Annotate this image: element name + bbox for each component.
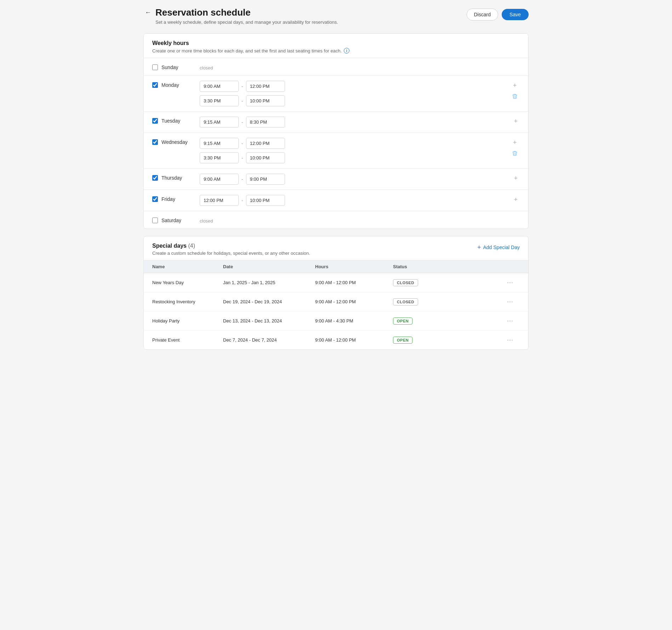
col-header-hours: Hours [315,264,393,269]
wednesday-delete-slot-button[interactable] [510,150,520,158]
wednesday-slot2-start[interactable] [200,152,239,163]
day-row-tuesday: Tuesday - + [144,111,528,133]
row-date: Dec 13, 2024 - Dec 13, 2024 [223,318,315,324]
tuesday-add-slot-button[interactable]: + [512,117,520,125]
page-subtitle: Set a weekly schedule, define special da… [155,19,338,25]
col-header-name: Name [152,264,223,269]
table-row: New Years Day Jan 1, 2025 - Jan 1, 2025 … [144,273,528,292]
row-date: Dec 7, 2024 - Dec 7, 2024 [223,337,315,343]
thursday-slot1-sep: - [241,176,243,182]
monday-slot1-start[interactable] [200,81,239,92]
col-header-date: Date [223,264,315,269]
page-header: ← Reservation schedule Set a weekly sche… [143,7,529,25]
row-hours: 9:00 AM - 4:30 PM [315,318,393,324]
wednesday-slot1-sep: - [241,141,243,146]
saturday-label: Saturday [161,218,181,223]
status-badge: OPEN [393,317,412,325]
tuesday-checkbox[interactable] [152,118,158,124]
sunday-label: Sunday [161,64,178,70]
save-button[interactable]: Save [502,9,529,20]
table-row: Private Event Dec 7, 2024 - Dec 7, 2024 … [144,331,528,349]
friday-slot1-end[interactable] [246,195,285,206]
row-more-button[interactable]: ··· [506,336,515,344]
monday-slot1-end[interactable] [246,81,285,92]
special-days-count: (4) [188,243,195,249]
saturday-checkbox[interactable] [152,218,158,223]
row-name: Restocking Inventory [152,299,223,304]
wednesday-slot1-start[interactable] [200,138,239,149]
wednesday-checkbox[interactable] [152,139,158,145]
back-button[interactable]: ← [143,8,153,17]
day-row-sunday: Sunday closed [144,58,528,75]
monday-slot2-sep: - [241,98,243,104]
special-days-title: Special days (4) [152,243,310,249]
row-hours: 9:00 AM - 12:00 PM [315,280,393,285]
wednesday-slot2-sep: - [241,155,243,161]
thursday-checkbox[interactable] [152,175,158,181]
page-title: Reservation schedule [155,7,338,18]
monday-slot1-sep: - [241,84,243,89]
day-row-thursday: Thursday - + [144,168,528,190]
friday-add-slot-button[interactable]: + [512,196,520,203]
sunday-checkbox[interactable] [152,64,158,70]
tuesday-slot1-sep: - [241,119,243,125]
monday-add-slot-button[interactable]: + [511,81,519,89]
special-days-description: Create a custom schedule for holidays, s… [152,251,310,256]
status-badge: OPEN [393,337,412,344]
monday-slot2-end[interactable] [246,95,285,106]
monday-delete-slot-button[interactable] [510,93,520,101]
discard-button[interactable]: Discard [467,9,498,21]
row-name: New Years Day [152,280,223,285]
thursday-label: Thursday [161,175,182,181]
row-hours: 9:00 AM - 12:00 PM [315,299,393,304]
weekly-hours-section: Weekly hours Create one or more time blo… [143,33,529,229]
status-badge: CLOSED [393,298,418,305]
wednesday-slot2-end[interactable] [246,152,285,163]
weekly-hours-description: Create one or more time blocks for each … [152,48,520,54]
thursday-add-slot-button[interactable]: + [512,174,520,182]
day-row-saturday: Saturday closed [144,211,528,229]
day-row-wednesday: Wednesday - - + [144,133,528,168]
thursday-slot1-start[interactable] [200,174,239,185]
add-special-day-button[interactable]: + Add Special Day [477,243,520,251]
saturday-closed: closed [200,216,520,224]
friday-checkbox[interactable] [152,196,158,202]
tuesday-slot1-end[interactable] [246,117,285,128]
plus-icon: + [477,244,481,251]
row-hours: 9:00 AM - 12:00 PM [315,337,393,343]
info-icon: i [344,48,349,54]
weekly-hours-title: Weekly hours [152,40,520,46]
sunday-closed: closed [200,63,520,71]
thursday-slot1-end[interactable] [246,174,285,185]
tuesday-label: Tuesday [161,118,180,124]
wednesday-label: Wednesday [161,139,188,145]
row-name: Private Event [152,337,223,343]
wednesday-add-slot-button[interactable]: + [511,139,519,146]
friday-slot1-start[interactable] [200,195,239,206]
status-badge: CLOSED [393,279,418,286]
day-row-friday: Friday - + [144,190,528,211]
special-days-table: Name Date Hours Status New Years Day Jan… [144,260,528,349]
row-more-button[interactable]: ··· [506,297,515,306]
special-days-section: Special days (4) Create a custom schedul… [143,236,529,350]
monday-label: Monday [161,82,179,88]
monday-slot2-start[interactable] [200,95,239,106]
friday-slot1-sep: - [241,198,243,203]
wednesday-slot1-end[interactable] [246,138,285,149]
table-header-row: Name Date Hours Status [144,260,528,273]
row-more-button[interactable]: ··· [506,316,515,325]
col-header-status: Status [393,264,506,269]
row-date: Dec 19, 2024 - Dec 19, 2024 [223,299,315,304]
monday-checkbox[interactable] [152,82,158,88]
row-more-button[interactable]: ··· [506,278,515,287]
day-row-monday: Monday - - + [144,75,528,111]
row-name: Holiday Party [152,318,223,324]
friday-label: Friday [161,196,175,202]
tuesday-slot1-start[interactable] [200,117,239,128]
table-row: Holiday Party Dec 13, 2024 - Dec 13, 202… [144,311,528,331]
table-row: Restocking Inventory Dec 19, 2024 - Dec … [144,292,528,311]
row-date: Jan 1, 2025 - Jan 1, 2025 [223,280,315,285]
col-header-actions [506,264,520,269]
